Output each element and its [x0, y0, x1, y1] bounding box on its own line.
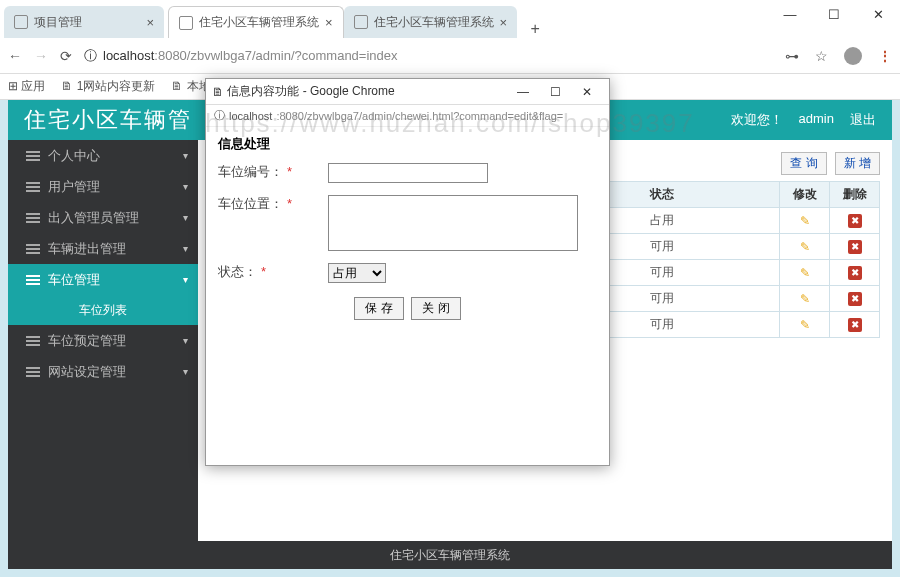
app-footer: 住宅小区车辆管理系统	[8, 541, 892, 569]
page-icon	[354, 15, 368, 29]
close-icon[interactable]: ×	[146, 15, 154, 30]
tab-label: 住宅小区车辆管理系统	[374, 14, 494, 31]
search-button[interactable]: 查 询	[781, 152, 826, 175]
sidebar-item[interactable]: 车位预定管理▾	[8, 325, 198, 356]
app-title: 住宅小区车辆管	[24, 105, 192, 135]
forward-icon[interactable]: →	[34, 48, 48, 64]
close-icon[interactable]: ×	[500, 15, 508, 30]
address-bar[interactable]: ⓘ localhost:8080/zbvwlbga7/admin/?comman…	[84, 47, 773, 65]
menu-icon[interactable]: ⋮	[878, 48, 892, 64]
chevron-down-icon: ▾	[183, 366, 188, 377]
delete-icon[interactable]: ✖	[848, 266, 862, 280]
window-controls: — ☐ ✕	[768, 0, 900, 28]
delete-icon[interactable]: ✖	[848, 292, 862, 306]
menu-icon	[26, 365, 40, 379]
menu-icon	[26, 149, 40, 163]
minimize-icon[interactable]: —	[768, 7, 812, 22]
popup-title-text: 信息内容功能 - Google Chrome	[227, 83, 394, 100]
popup-titlebar[interactable]: 🗎 信息内容功能 - Google Chrome — ☐ ✕	[206, 79, 609, 105]
chevron-down-icon: ▾	[183, 274, 188, 285]
popup-heading: 信息处理	[218, 135, 597, 153]
edit-icon[interactable]: ✎	[800, 240, 810, 254]
close-icon[interactable]: ✕	[856, 7, 900, 22]
browser-tab-active[interactable]: 住宅小区车辆管理系统 ×	[168, 6, 344, 38]
logout-link[interactable]: 退出	[850, 111, 876, 129]
edit-icon[interactable]: ✎	[800, 292, 810, 306]
field-label-status: 状态：*	[218, 263, 328, 283]
sidebar-item[interactable]: 车位管理▾	[8, 264, 198, 295]
menu-icon	[26, 180, 40, 194]
save-button[interactable]: 保 存	[354, 297, 403, 320]
sidebar-item[interactable]: 出入管理员管理▾	[8, 202, 198, 233]
page-icon: 🗎	[212, 85, 224, 99]
edit-icon[interactable]: ✎	[800, 318, 810, 332]
back-icon[interactable]: ←	[8, 48, 22, 64]
info-icon[interactable]: ⓘ	[84, 47, 97, 65]
sidebar-item[interactable]: 个人中心▾	[8, 140, 198, 171]
close-icon[interactable]: ✕	[571, 80, 603, 104]
col-delete: 删除	[830, 182, 880, 208]
field-label-id: 车位编号：*	[218, 163, 328, 183]
chevron-down-icon: ▾	[183, 335, 188, 346]
delete-icon[interactable]: ✖	[848, 240, 862, 254]
sidebar-item-label: 用户管理	[48, 178, 100, 196]
edit-icon[interactable]: ✎	[800, 214, 810, 228]
sidebar-item-label: 车辆进出管理	[48, 240, 126, 258]
apps-icon[interactable]: ⊞ 应用	[8, 78, 45, 95]
chevron-down-icon: ▾	[183, 212, 188, 223]
status-select[interactable]: 占用	[328, 263, 386, 283]
sidebar-item-label: 网站设定管理	[48, 363, 126, 381]
chevron-down-icon: ▾	[183, 181, 188, 192]
close-button[interactable]: 关 闭	[411, 297, 460, 320]
add-button[interactable]: 新 增	[835, 152, 880, 175]
sidebar-item-label: 个人中心	[48, 147, 100, 165]
avatar-icon[interactable]	[844, 47, 862, 65]
user-link[interactable]: admin	[799, 111, 834, 129]
tab-label: 项目管理	[34, 14, 82, 31]
star-icon[interactable]: ☆	[815, 48, 828, 64]
menu-icon	[26, 211, 40, 225]
sidebar-item-label: 车位预定管理	[48, 332, 126, 350]
key-icon[interactable]: ⊶	[785, 48, 799, 64]
browser-tab[interactable]: 项目管理 ×	[4, 6, 164, 38]
sidebar-item-label: 出入管理员管理	[48, 209, 139, 227]
chevron-down-icon: ▾	[183, 243, 188, 254]
parking-id-input[interactable]	[328, 163, 488, 183]
sidebar: 个人中心▾用户管理▾出入管理员管理▾车辆进出管理▾车位管理▾车位列表车位预定管理…	[8, 140, 198, 541]
close-icon[interactable]: ×	[325, 15, 333, 30]
maximize-icon[interactable]: ☐	[539, 80, 571, 104]
tab-label: 住宅小区车辆管理系统	[199, 14, 319, 31]
browser-tab-strip: 项目管理 × 住宅小区车辆管理系统 × 住宅小区车辆管理系统 × + — ☐ ✕	[0, 0, 900, 38]
chevron-down-icon: ▾	[183, 150, 188, 161]
edit-icon[interactable]: ✎	[800, 266, 810, 280]
page-icon	[14, 15, 28, 29]
sidebar-sub-item[interactable]: 车位列表	[8, 295, 198, 325]
parking-location-input[interactable]	[328, 195, 578, 251]
browser-toolbar: ← → ⟳ ⓘ localhost:8080/zbvwlbga7/admin/?…	[0, 38, 900, 74]
browser-tab[interactable]: 住宅小区车辆管理系统 ×	[344, 6, 518, 38]
popup-address: ⓘ localhost:8080/zbvwlbga7/admin/chewei.…	[206, 105, 609, 127]
sidebar-item[interactable]: 网站设定管理▾	[8, 356, 198, 387]
popup-window: 🗎 信息内容功能 - Google Chrome — ☐ ✕ ⓘ localho…	[205, 78, 610, 466]
menu-icon	[26, 334, 40, 348]
page-icon	[179, 16, 193, 30]
menu-icon	[26, 242, 40, 256]
welcome-text: 欢迎您！	[731, 111, 783, 129]
reload-icon[interactable]: ⟳	[60, 48, 72, 64]
col-edit: 修改	[780, 182, 830, 208]
minimize-icon[interactable]: —	[507, 80, 539, 104]
menu-icon	[26, 273, 40, 287]
delete-icon[interactable]: ✖	[848, 318, 862, 332]
new-tab-button[interactable]: +	[521, 20, 549, 38]
maximize-icon[interactable]: ☐	[812, 7, 856, 22]
sidebar-item[interactable]: 用户管理▾	[8, 171, 198, 202]
field-label-loc: 车位位置：*	[218, 195, 328, 251]
sidebar-item[interactable]: 车辆进出管理▾	[8, 233, 198, 264]
delete-icon[interactable]: ✖	[848, 214, 862, 228]
bookmark-item[interactable]: 🗎 1网站内容更新	[61, 78, 155, 95]
sidebar-item-label: 车位管理	[48, 271, 100, 289]
